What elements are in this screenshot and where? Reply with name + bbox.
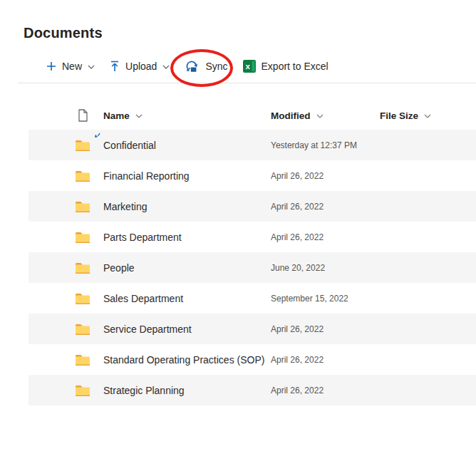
file-type-column-header[interactable]	[69, 109, 96, 122]
modified-date: April 26, 2022	[271, 355, 324, 365]
table-row[interactable]: Sales Department September 15, 2022	[29, 283, 476, 314]
command-bar: New Upload Sync x Export to Exce	[45, 56, 330, 77]
export-to-excel-label: Export to Excel	[262, 61, 328, 72]
table-row[interactable]: Financial Reporting April 26, 2022	[29, 160, 476, 191]
cursor-icon	[92, 132, 101, 143]
file-size-column-header[interactable]: File Size	[380, 110, 476, 121]
upload-button[interactable]: Upload	[108, 59, 171, 73]
modified-date: September 15, 2022	[271, 294, 348, 304]
file-name-link[interactable]: Confidential	[103, 140, 156, 151]
table-row[interactable]: Strategic Planning April 26, 2022	[29, 375, 476, 405]
excel-icon: x	[243, 60, 256, 73]
modified-date: April 26, 2022	[271, 202, 324, 212]
table-row[interactable]: Marketing April 26, 2022	[29, 191, 476, 222]
chevron-down-icon	[316, 114, 324, 118]
modified-column-header[interactable]: Modified	[271, 110, 380, 121]
file-list: Confidential Yesterday at 12:37 PM Finan…	[29, 130, 476, 405]
table-row[interactable]: People June 20, 2022	[29, 252, 476, 283]
modified-date: June 20, 2022	[271, 263, 325, 273]
file-name-link[interactable]: Financial Reporting	[103, 170, 190, 182]
modified-date: Yesterday at 12:37 PM	[271, 140, 357, 150]
upload-button-label: Upload	[125, 61, 157, 72]
svg-text:x: x	[245, 62, 250, 71]
new-button-label: New	[62, 61, 82, 72]
modified-date: April 26, 2022	[271, 386, 324, 395]
file-name-link[interactable]: Service Department	[103, 324, 192, 335]
chevron-down-icon	[424, 114, 431, 118]
file-name-link[interactable]: Strategic Planning	[103, 385, 185, 396]
file-name-link[interactable]: People	[103, 262, 135, 274]
modified-date: April 26, 2022	[271, 232, 324, 242]
folder-icon	[75, 292, 90, 305]
upload-icon	[110, 61, 120, 72]
export-to-excel-button[interactable]: x Export to Excel	[242, 58, 330, 74]
folder-icon	[75, 139, 90, 152]
page-title: Documents	[24, 25, 103, 41]
file-name-link[interactable]: Standard Operating Practices (SOP)	[103, 354, 264, 366]
file-name-link[interactable]: Parts Department	[103, 232, 182, 243]
table-row[interactable]: Standard Operating Practices (SOP) April…	[29, 344, 476, 375]
plus-icon	[46, 61, 56, 71]
document-icon	[78, 109, 88, 122]
folder-icon	[75, 353, 90, 366]
file-name-link[interactable]: Marketing	[103, 201, 147, 212]
chevron-down-icon	[162, 65, 170, 69]
folder-icon	[75, 231, 90, 244]
folder-icon	[75, 323, 90, 336]
modified-date: April 26, 2022	[271, 171, 324, 181]
folder-icon	[75, 170, 90, 182]
file-name-link[interactable]: Sales Department	[103, 293, 183, 304]
modified-date: April 26, 2022	[271, 324, 324, 334]
folder-icon	[75, 262, 90, 274]
sync-icon	[185, 60, 200, 73]
sync-button[interactable]: Sync	[183, 58, 229, 75]
toolbar-divider	[18, 83, 476, 83]
document-library-page: Documents New Upload Sync	[0, 0, 476, 476]
chevron-down-icon	[135, 114, 143, 118]
name-column-header[interactable]: Name	[96, 110, 271, 121]
new-button[interactable]: New	[45, 59, 96, 73]
table-row[interactable]: Parts Department April 26, 2022	[29, 222, 476, 252]
folder-icon	[75, 200, 90, 213]
folder-icon	[75, 384, 90, 397]
table-header: Name Modified File Size	[29, 105, 476, 126]
table-row[interactable]: Confidential Yesterday at 12:37 PM	[29, 130, 476, 160]
table-row[interactable]: Service Department April 26, 2022	[29, 314, 476, 344]
chevron-down-icon	[88, 65, 95, 69]
sync-button-label: Sync	[205, 61, 227, 72]
